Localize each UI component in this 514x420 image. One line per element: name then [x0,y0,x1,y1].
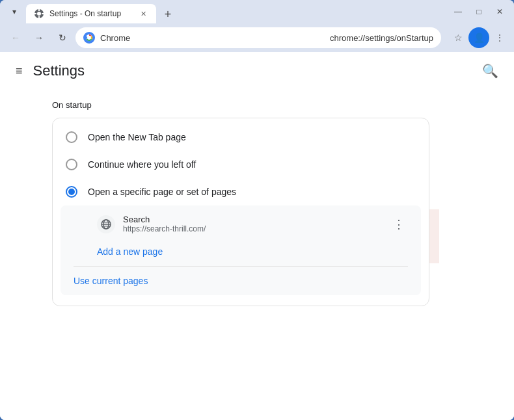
profile-button[interactable]: 👤 [468,27,489,48]
tab-list-arrow[interactable]: ▾ [5,3,23,21]
page-more-button[interactable]: ⋮ [390,215,408,233]
back-button[interactable]: ← [5,27,26,48]
url-text: chrome://settings/onStartup [330,33,433,43]
chrome-logo-icon [83,32,95,44]
page-name: Search [123,215,382,224]
address-actions: ☆ 👤 ⋮ [449,27,509,48]
menu-icon[interactable]: ≡ [16,64,23,78]
startup-options-card: Open the New Tab page Continue where you… [52,118,429,306]
page-url: https://search-thrill.com/ [123,224,382,233]
more-button[interactable]: ⋮ [491,29,509,47]
page-title: Settings [33,62,85,79]
active-tab[interactable]: Settings - On startup ✕ [26,4,156,23]
window-controls: — □ ✕ [449,3,509,21]
address-bar[interactable]: Chrome chrome://settings/onStartup [75,27,441,48]
radio-circle-continue [66,159,77,170]
svg-rect-2 [38,9,40,11]
close-button[interactable]: ✕ [491,3,509,21]
radio-circle-new-tab [66,131,77,143]
radio-label-specific: Open a specific page or set of pages [88,187,236,197]
minimize-button[interactable]: — [449,3,467,21]
settings-header: ≡ Settings 🔍 [0,52,514,90]
refresh-button[interactable]: ↻ [52,27,73,48]
tab-close-button[interactable]: ✕ [138,8,148,19]
radio-option-new-tab[interactable]: Open the New Tab page [53,124,429,151]
startup-pages-section: Search https://search-thrill.com/ ⋮ Add … [61,205,421,295]
bookmark-button[interactable]: ☆ [449,29,467,47]
section-title: On startup [52,100,462,110]
new-tab-button[interactable]: + [159,5,177,23]
svg-rect-3 [38,16,40,18]
forward-button[interactable]: → [29,27,49,48]
settings-page: ≡ Settings 🔍 RISK.COM On startup Open th… [0,52,514,420]
tab-title: Settings - On startup [49,9,133,18]
content-area: ≡ Settings 🔍 RISK.COM On startup Open th… [0,52,514,420]
radio-option-continue[interactable]: Continue where you left off [53,151,429,178]
settings-tab-icon [34,8,44,19]
divider [74,266,408,267]
use-current-pages-link[interactable]: Use current pages [61,269,421,293]
radio-option-specific[interactable]: Open a specific page or set of pages [53,178,429,205]
title-bar: ▾ Settings - On startup ✕ + — □ ✕ [0,0,514,23]
radio-circle-specific [66,186,77,198]
radio-label-continue: Continue where you left off [88,159,196,170]
page-entry: Search https://search-thrill.com/ ⋮ [61,208,421,240]
tab-list: Settings - On startup ✕ + [26,0,446,23]
settings-body: On startup Open the New Tab page Continu… [0,90,514,317]
browser-name-label: Chrome [100,33,325,43]
globe-icon [101,219,111,230]
svg-rect-5 [42,13,44,14]
search-icon[interactable]: 🔍 [482,63,498,79]
add-new-page-link[interactable]: Add a new page [61,240,421,263]
browser-window: ▾ Settings - On startup ✕ + — □ ✕ [0,0,514,420]
page-favicon [97,215,115,233]
svg-point-1 [37,12,41,16]
toolbar: ← → ↻ Chrome chrome://settings/onStartup… [0,23,514,52]
svg-point-8 [87,36,91,40]
maximize-button[interactable]: □ [470,3,488,21]
page-info: Search https://search-thrill.com/ [123,215,382,233]
svg-rect-4 [34,13,36,14]
radio-label-new-tab: Open the New Tab page [88,132,186,142]
